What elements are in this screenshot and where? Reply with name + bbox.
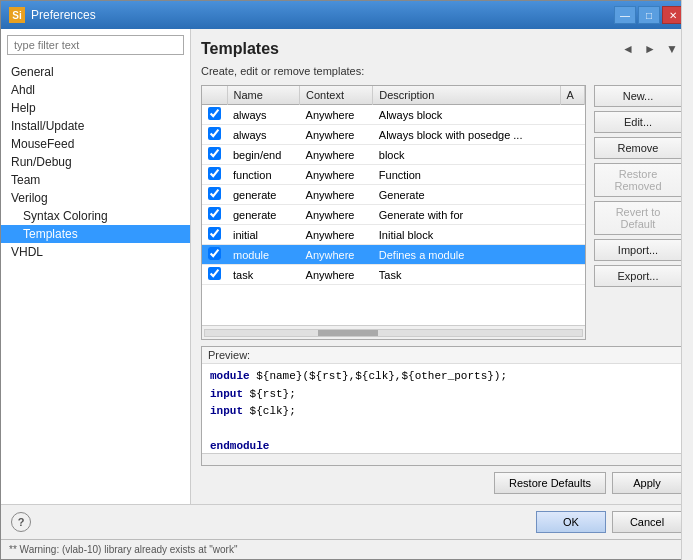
row-checkbox[interactable]	[208, 267, 221, 280]
sidebar-item-verilog[interactable]: Verilog	[1, 189, 190, 207]
content-area: Name Context Description A always Anywhe…	[201, 85, 682, 340]
row-checkbox-cell[interactable]	[202, 145, 227, 165]
templates-data-table: Name Context Description A always Anywhe…	[202, 86, 585, 285]
revert-to-default-button[interactable]: Revert to Default	[594, 201, 682, 235]
row-checkbox-cell[interactable]	[202, 205, 227, 225]
row-checkbox[interactable]	[208, 207, 221, 220]
sidebar-item-run-debug[interactable]: Run/Debug	[1, 153, 190, 171]
cancel-button[interactable]: Cancel	[612, 511, 682, 533]
table-row[interactable]: function Anywhere Function	[202, 165, 585, 185]
sidebar-item-mousefeed[interactable]: MouseFeed	[1, 135, 190, 153]
status-text: ** Warning: (vlab-10) library already ex…	[9, 544, 237, 555]
row-name: begin/end	[227, 145, 300, 165]
h-scroll-thumb[interactable]	[318, 330, 378, 336]
row-name: task	[227, 265, 300, 285]
import-button[interactable]: Import...	[594, 239, 682, 261]
table-row[interactable]: initial Anywhere Initial block	[202, 225, 585, 245]
restore-removed-button[interactable]: Restore Removed	[594, 163, 682, 197]
row-a	[560, 265, 584, 285]
new-button[interactable]: New...	[594, 85, 682, 107]
side-buttons: New... Edit... Remove Restore Removed Re…	[594, 85, 682, 340]
ok-button[interactable]: OK	[536, 511, 606, 533]
row-context: Anywhere	[300, 265, 373, 285]
maximize-button[interactable]: □	[638, 6, 660, 24]
footer-bar: ? OK Cancel	[1, 504, 692, 539]
table-horizontal-scrollbar[interactable]	[202, 325, 585, 339]
row-name: generate	[227, 185, 300, 205]
tree-container: General Ahdl Help Install/Update MouseFe…	[1, 61, 190, 504]
status-bar: ** Warning: (vlab-10) library already ex…	[1, 539, 692, 559]
edit-button[interactable]: Edit...	[594, 111, 682, 133]
right-panel: Templates ◄ ► ▼ Create, edit or remove t…	[191, 29, 692, 504]
sidebar: General Ahdl Help Install/Update MouseFe…	[1, 29, 191, 504]
row-description: Function	[373, 165, 560, 185]
help-icon[interactable]: ?	[11, 512, 31, 532]
row-description: Task	[373, 265, 560, 285]
row-checkbox[interactable]	[208, 187, 221, 200]
row-a	[560, 105, 584, 125]
sidebar-item-help[interactable]: Help	[1, 99, 190, 117]
preview-line-3: input ${clk};	[210, 403, 673, 421]
remove-button[interactable]: Remove	[594, 137, 682, 159]
row-description: Defines a module	[373, 245, 560, 265]
forward-button[interactable]: ►	[640, 39, 660, 59]
panel-bottom-buttons: Restore Defaults Apply	[201, 472, 682, 494]
apply-button[interactable]: Apply	[612, 472, 682, 494]
menu-dropdown-button[interactable]: ▼	[662, 39, 682, 59]
sidebar-item-templates[interactable]: Templates	[1, 225, 190, 243]
preview-horizontal-scrollbar[interactable]	[202, 453, 681, 465]
sidebar-item-install-update[interactable]: Install/Update	[1, 117, 190, 135]
row-context: Anywhere	[300, 105, 373, 125]
table-scroll-area[interactable]: Name Context Description A always Anywhe…	[202, 86, 585, 325]
row-checkbox[interactable]	[208, 127, 221, 140]
panel-header: Templates ◄ ► ▼	[201, 39, 682, 59]
row-a	[560, 185, 584, 205]
back-button[interactable]: ◄	[618, 39, 638, 59]
preview-line-4: endmodule	[210, 438, 673, 453]
row-checkbox[interactable]	[208, 247, 221, 260]
sidebar-item-team[interactable]: Team	[1, 171, 190, 189]
export-button[interactable]: Export...	[594, 265, 682, 287]
minimize-button[interactable]: —	[614, 6, 636, 24]
toolbar-icons: ◄ ► ▼	[618, 39, 682, 59]
preview-line-blank	[210, 421, 673, 439]
row-checkbox-cell[interactable]	[202, 265, 227, 285]
filter-input[interactable]	[7, 35, 184, 55]
row-a	[560, 245, 584, 265]
row-checkbox-cell[interactable]	[202, 225, 227, 245]
preview-line-1: module ${name}(${rst},${clk},${other_por…	[210, 368, 673, 386]
preview-body: module ${name}(${rst},${clk},${other_por…	[202, 364, 681, 453]
row-checkbox-cell[interactable]	[202, 245, 227, 265]
row-name: module	[227, 245, 300, 265]
row-checkbox[interactable]	[208, 227, 221, 240]
sidebar-item-general[interactable]: General	[1, 63, 190, 81]
main-content: General Ahdl Help Install/Update MouseFe…	[1, 29, 692, 504]
row-checkbox-cell[interactable]	[202, 105, 227, 125]
table-row[interactable]: task Anywhere Task	[202, 265, 585, 285]
row-checkbox[interactable]	[208, 147, 221, 160]
row-checkbox-cell[interactable]	[202, 185, 227, 205]
sidebar-item-vhdl[interactable]: VHDL	[1, 243, 190, 261]
row-checkbox[interactable]	[208, 167, 221, 180]
title-bar: Si Preferences — □ ✕	[1, 1, 692, 29]
table-row[interactable]: module Anywhere Defines a module	[202, 245, 585, 265]
table-row[interactable]: always Anywhere Always block with posedg…	[202, 125, 585, 145]
row-checkbox-cell[interactable]	[202, 125, 227, 145]
h-scroll-track[interactable]	[204, 329, 583, 337]
sidebar-item-ahdl[interactable]: Ahdl	[1, 81, 190, 99]
row-context: Anywhere	[300, 225, 373, 245]
window-title: Preferences	[31, 8, 96, 22]
table-row[interactable]: generate Anywhere Generate with for	[202, 205, 585, 225]
row-checkbox-cell[interactable]	[202, 165, 227, 185]
row-context: Anywhere	[300, 245, 373, 265]
col-a: A	[560, 86, 584, 105]
sidebar-item-syntax-coloring[interactable]: Syntax Coloring	[1, 207, 190, 225]
table-row[interactable]: generate Anywhere Generate	[202, 185, 585, 205]
table-row[interactable]: begin/end Anywhere block	[202, 145, 585, 165]
title-bar-left: Si Preferences	[9, 7, 96, 23]
row-checkbox[interactable]	[208, 107, 221, 120]
col-check	[202, 86, 227, 105]
restore-defaults-button[interactable]: Restore Defaults	[494, 472, 606, 494]
row-context: Anywhere	[300, 165, 373, 185]
table-row[interactable]: always Anywhere Always block	[202, 105, 585, 125]
